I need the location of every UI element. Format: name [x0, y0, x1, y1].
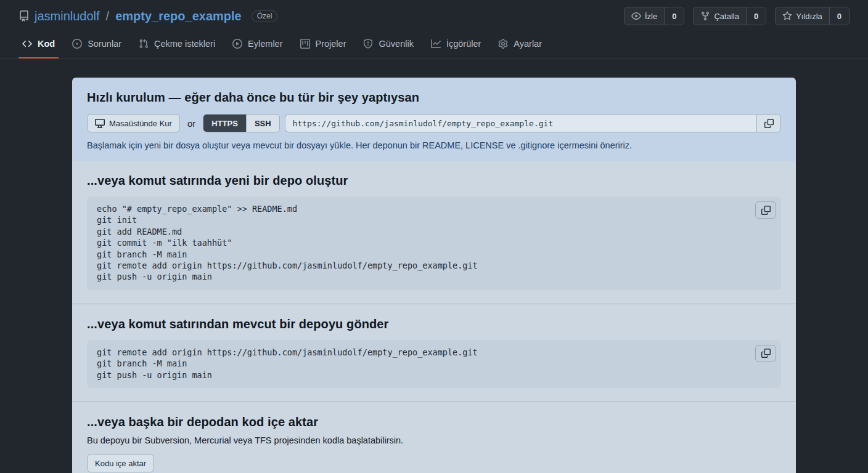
code-line: git branch -M main	[97, 358, 771, 369]
setup-in-desktop-button[interactable]: Masaüstünde Kur	[87, 114, 180, 132]
ssh-toggle-button[interactable]: SSH	[246, 115, 279, 132]
quick-setup-title: Hızlı kurulum — eğer daha önce bu tür bi…	[87, 91, 781, 105]
protocol-toggle: HTTPS SSH	[203, 114, 279, 132]
star-count[interactable]: 0	[829, 7, 849, 25]
repo-name-link[interactable]: empty_repo_example	[115, 9, 242, 23]
clone-url-group	[285, 114, 781, 132]
import-code-description: Bu depoyu bir Subversion, Mercurial veya…	[87, 435, 781, 445]
note-text: . Her deponun bir README, LICENSE ve .gi…	[351, 140, 632, 150]
clone-url-input[interactable]	[285, 114, 756, 132]
import-code-button[interactable]: Kodu içe aktar	[87, 454, 154, 472]
tab-security-label: Güvenlik	[379, 39, 413, 49]
import-code-title: ...veya başka bir depodan kod içe aktar	[87, 415, 781, 429]
copy-icon	[764, 119, 774, 128]
tab-insights[interactable]: İçgörüler	[422, 31, 489, 58]
fork-label: Çatalla	[714, 12, 739, 21]
gear-icon	[498, 39, 508, 49]
main-content: Hızlı kurulum — eğer daha önce bu tür bi…	[0, 59, 868, 473]
graph-icon	[431, 39, 441, 49]
repo-breadcrumb: jasminludolf / empty_repo_example Özel	[18, 9, 277, 23]
create-repo-code-block: echo "# empty_repo_example" >> README.md…	[87, 196, 781, 290]
copy-icon	[761, 206, 771, 215]
push-repo-title: ...veya komut satırından mevcut bir depo…	[87, 317, 781, 331]
empty-repo-panel: Hızlı kurulum — eğer daha önce bu tür bi…	[72, 78, 796, 473]
tab-insights-label: İçgörüler	[446, 39, 481, 49]
tab-pull-requests-label: Çekme istekleri	[154, 39, 215, 49]
visibility-badge: Özel	[252, 10, 278, 22]
copy-url-button[interactable]	[756, 114, 781, 132]
copy-push-code-button[interactable]	[755, 345, 776, 362]
desktop-icon	[95, 118, 105, 128]
copy-icon	[761, 349, 771, 358]
watch-count[interactable]: 0	[664, 7, 684, 25]
note-text: Başlamak için	[87, 140, 144, 150]
shield-icon	[363, 39, 373, 49]
tab-pull-requests[interactable]: Çekme istekleri	[130, 31, 224, 58]
note-text: veya	[229, 140, 253, 150]
tab-security[interactable]: Güvenlik	[354, 31, 422, 58]
repo-owner-link[interactable]: jasminludolf	[35, 9, 100, 23]
tab-projects[interactable]: Projeler	[292, 31, 355, 58]
code-line: git remote add origin https://github.com…	[97, 260, 771, 271]
tab-settings[interactable]: Ayarlar	[489, 31, 551, 58]
code-icon	[22, 39, 32, 49]
tab-actions[interactable]: Eylemler	[224, 31, 291, 58]
breadcrumb-separator: /	[106, 9, 110, 23]
issue-icon	[72, 39, 82, 49]
eye-icon	[631, 11, 641, 21]
import-code-section: ...veya başka bir depodan kod içe aktar …	[72, 402, 796, 473]
setup-in-desktop-label: Masaüstünde Kur	[109, 119, 172, 128]
repo-header: jasminludolf / empty_repo_example Özel İ…	[0, 0, 868, 31]
pull-request-icon	[139, 39, 149, 49]
push-repo-code-block: git remote add origin https://github.com…	[87, 340, 781, 388]
or-label: or	[187, 118, 195, 129]
tab-issues-label: Sorunlar	[88, 39, 121, 49]
tab-code[interactable]: Kod	[14, 31, 63, 58]
star-label: Yıldızla	[796, 12, 822, 21]
quick-setup-note: Başlamak için yeni bir dosya oluştur vey…	[87, 140, 781, 150]
project-icon	[300, 39, 310, 49]
code-line: git branch -M main	[97, 249, 771, 260]
code-line: git push -u origin main	[97, 370, 771, 381]
create-repo-section: ...veya komut satırında yeni bir depo ol…	[72, 161, 796, 304]
fork-icon	[700, 11, 710, 21]
upload-file-link[interactable]: mevcut bir dosyayı yükle	[253, 140, 351, 150]
fork-count[interactable]: 0	[746, 7, 766, 25]
https-toggle-button[interactable]: HTTPS	[203, 115, 246, 132]
star-button[interactable]: Yıldızla 0	[775, 7, 850, 25]
import-code-button-label: Kodu içe aktar	[95, 459, 146, 468]
code-line: git commit -m "ilk taahhüt"	[97, 237, 771, 248]
repo-nav: Kod Sorunlar Çekme istekleri Eylemler Pr…	[0, 31, 868, 59]
code-line: echo "# empty_repo_example" >> README.md	[97, 203, 771, 214]
quick-setup-row: Masaüstünde Kur or HTTPS SSH	[87, 114, 781, 132]
code-line: git remote add origin https://github.com…	[97, 347, 771, 358]
repo-icon	[18, 10, 30, 22]
fork-button[interactable]: Çatalla 0	[693, 7, 766, 25]
push-repo-section: ...veya komut satırından mevcut bir depo…	[72, 304, 796, 402]
tab-code-label: Kod	[38, 39, 55, 49]
tab-actions-label: Eylemler	[248, 39, 282, 49]
create-file-link[interactable]: yeni bir dosya oluştur	[144, 140, 229, 150]
copy-create-code-button[interactable]	[755, 201, 776, 219]
star-icon	[782, 11, 792, 21]
create-repo-title: ...veya komut satırında yeni bir depo ol…	[87, 174, 781, 188]
tab-issues[interactable]: Sorunlar	[63, 31, 130, 58]
play-icon	[232, 39, 242, 49]
quick-setup-box: Hızlı kurulum — eğer daha önce bu tür bi…	[72, 78, 796, 161]
tab-settings-label: Ayarlar	[514, 39, 542, 49]
repo-action-buttons: İzle 0 Çatalla 0 Yıldızla 0	[624, 7, 850, 25]
tab-projects-label: Projeler	[316, 39, 346, 49]
watch-button[interactable]: İzle 0	[624, 7, 684, 25]
code-line: git push -u origin main	[97, 271, 771, 282]
code-line: git add README.md	[97, 226, 771, 237]
watch-label: İzle	[645, 12, 657, 21]
code-line: git init	[97, 214, 771, 225]
